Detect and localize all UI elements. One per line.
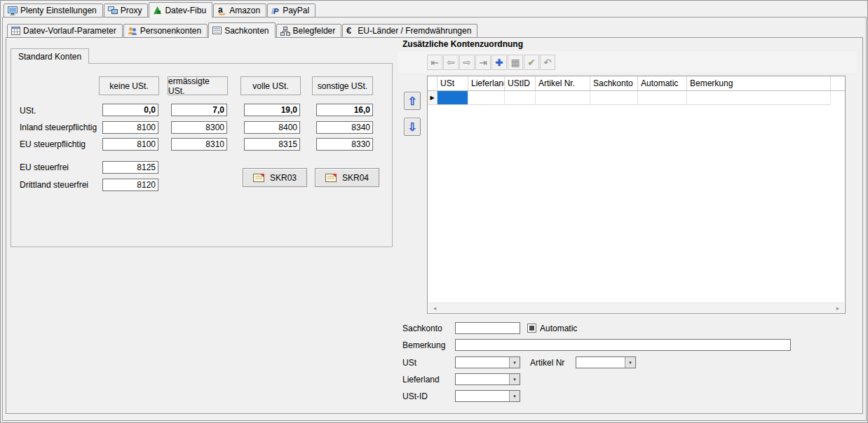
first-record-icon: ⇤	[430, 57, 439, 68]
tab-label: Datev-Fibu	[165, 6, 206, 15]
skr04-button[interactable]: SKR04	[315, 168, 379, 187]
grid-cell-automatic[interactable]	[638, 91, 687, 105]
main-tabstrip: Plenty Einstellungen Proxy Datev-Fibu a …	[4, 4, 316, 18]
euro-icon: €	[346, 26, 355, 36]
automatic-checkbox[interactable]	[527, 324, 536, 333]
row-label-eu-steuerpflichtig: EU steuerpflichtig	[20, 139, 86, 149]
tab-proxy[interactable]: Proxy	[104, 4, 149, 18]
dropdown-arrow-icon[interactable]: ▼	[509, 374, 520, 384]
artikel-nr-combobox[interactable]: ▼	[576, 356, 636, 368]
grid-column-ust[interactable]: USt	[438, 76, 468, 90]
insert-record-button[interactable]: ✚	[491, 55, 507, 70]
inland-ermaessigt-input[interactable]	[171, 121, 227, 134]
kontenzuordnung-grid[interactable]: USt Lieferland UStID Artikel Nr. Sachkon…	[427, 76, 846, 314]
bemerkung-label: Bemerkung	[402, 340, 445, 350]
grid-cell-lieferland[interactable]	[468, 91, 505, 105]
move-up-button[interactable]: ⇧	[404, 92, 421, 110]
arrow-down-icon: ⇩	[407, 120, 416, 134]
tab-label: Belegfelder	[293, 26, 336, 36]
next-record-button[interactable]: ⇨	[459, 55, 475, 70]
grid-cell-sachkonto[interactable]	[590, 91, 638, 105]
ust-sonstige-input[interactable]	[316, 104, 373, 116]
column-header-label: keine USt.	[109, 81, 148, 91]
monitor-icon	[8, 6, 18, 15]
row-indicator-icon: ▶	[428, 91, 438, 105]
first-record-button[interactable]: ⇤	[427, 55, 442, 70]
datev-sub-tabstrip: Datev-Vorlauf-Parameter Personenkonten S…	[7, 24, 478, 38]
grid-cell-ustid[interactable]	[505, 91, 536, 105]
grid-column-ustid[interactable]: UStID	[505, 76, 536, 90]
grid-column-artikel-nr[interactable]: Artikel Nr.	[536, 76, 590, 90]
eu-steuerfrei-input[interactable]	[102, 161, 158, 174]
column-header-ermaessigte-ust: ermässigte USt.	[168, 76, 228, 95]
dropdown-arrow-icon[interactable]: ▼	[509, 391, 520, 401]
tab-paypal[interactable]: PP PayPal	[267, 4, 316, 18]
lieferland-label: Lieferland	[402, 375, 440, 384]
tab-standard-konten[interactable]: Standard Konten	[11, 48, 89, 64]
dropdown-arrow-icon[interactable]: ▼	[509, 357, 520, 368]
tab-sachkonten[interactable]: Sachkonten	[208, 22, 275, 38]
column-header-label: ermässigte USt.	[168, 76, 227, 96]
grid-selected-row[interactable]: ▶	[428, 91, 845, 105]
grid-header-filler	[831, 76, 845, 90]
ust-combobox[interactable]: ▼	[455, 356, 520, 368]
post-record-button[interactable]: ✔	[524, 55, 539, 70]
grid-column-bemerkung[interactable]: Bemerkung	[687, 76, 831, 90]
eu-ermaessigt-input[interactable]	[171, 138, 227, 151]
ust-keine-input[interactable]	[102, 104, 158, 116]
dropdown-arrow-icon[interactable]: ▼	[625, 357, 635, 368]
table-icon	[11, 27, 20, 35]
tab-label: Sachkonten	[224, 26, 269, 36]
tab-label: Datev-Vorlauf-Parameter	[23, 26, 116, 36]
svg-text:€: €	[346, 26, 351, 36]
tab-label: PayPal	[283, 6, 309, 15]
inland-keine-input[interactable]	[102, 121, 158, 134]
checkbox-checked-mark	[529, 326, 534, 331]
grid-column-automatic[interactable]: Automatic	[638, 76, 687, 90]
eu-voll-input[interactable]	[244, 138, 300, 151]
previous-record-button[interactable]: ⇦	[443, 55, 459, 70]
row-label-ust: USt.	[20, 106, 36, 116]
tab-datev-fibu[interactable]: Datev-Fibu	[149, 2, 212, 18]
lieferland-combobox[interactable]: ▼	[455, 373, 520, 385]
grid-column-lieferland[interactable]: Lieferland	[468, 76, 505, 90]
tab-eu-laender-fremdwaehrungen[interactable]: € EU-Länder / Fremdwährungen	[342, 24, 477, 38]
ustid-combobox[interactable]: ▼	[455, 390, 520, 402]
scroll-right-icon[interactable]: ▸	[832, 305, 844, 312]
skr03-button[interactable]: SKR03	[243, 168, 307, 187]
drittland-steuerfrei-input[interactable]	[102, 179, 158, 191]
tab-label: Amazon	[229, 6, 260, 15]
grid-cell-ust-selected[interactable]	[438, 91, 468, 105]
sachkonto-input[interactable]	[455, 322, 520, 334]
cancel-record-button[interactable]: ↶	[540, 55, 555, 70]
ust-ermaessigt-input[interactable]	[171, 104, 227, 116]
post-record-icon: ✔	[527, 57, 536, 68]
grid-cell-bemerkung[interactable]	[687, 91, 831, 105]
chart-of-accounts-icon	[325, 173, 337, 183]
tab-personenkonten[interactable]: Personenkonten	[123, 24, 208, 38]
arrow-up-icon: ⇧	[407, 95, 416, 108]
tab-belegfelder[interactable]: Belegfelder	[276, 24, 342, 38]
button-label: SKR04	[342, 173, 369, 183]
tab-label: EU-Länder / Fremdwährungen	[358, 26, 471, 36]
column-header-label: sonstige USt.	[318, 81, 367, 91]
eu-keine-input[interactable]	[102, 138, 158, 151]
edit-record-button[interactable]: ▦	[508, 55, 523, 70]
inland-sonstige-input[interactable]	[316, 121, 373, 134]
tab-label: Personenkonten	[140, 26, 201, 36]
last-record-button[interactable]: ⇥	[475, 55, 491, 70]
grid-cell-artikel-nr[interactable]	[536, 91, 590, 105]
tab-plenty-einstellungen[interactable]: Plenty Einstellungen	[4, 4, 103, 18]
last-record-icon: ⇥	[479, 57, 487, 68]
grid-column-sachkonto[interactable]: Sachkonto	[590, 76, 638, 90]
bemerkung-input[interactable]	[455, 339, 791, 351]
tab-amazon[interactable]: a Amazon	[213, 4, 266, 18]
tab-datev-vorlauf-parameter[interactable]: Datev-Vorlauf-Parameter	[7, 24, 123, 38]
paypal-icon: PP	[271, 6, 280, 15]
ust-voll-input[interactable]	[244, 104, 300, 116]
grid-horizontal-scrollbar[interactable]: ◂ ▸	[428, 303, 844, 312]
move-down-button[interactable]: ⇩	[404, 118, 421, 136]
eu-sonstige-input[interactable]	[316, 138, 373, 151]
scroll-left-icon[interactable]: ◂	[428, 305, 441, 312]
inland-voll-input[interactable]	[244, 121, 300, 134]
